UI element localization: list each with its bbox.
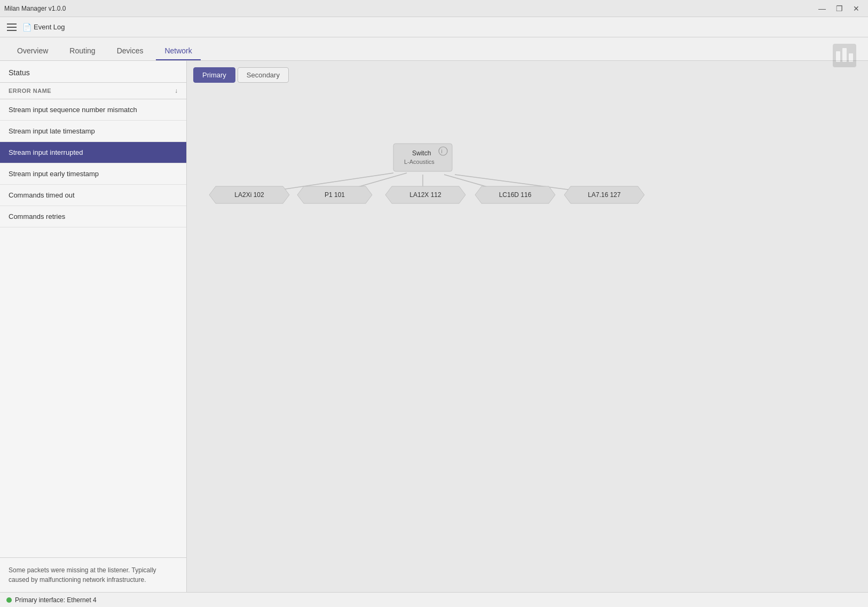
device-la12x-112[interactable]: LA12X 112 xyxy=(385,186,465,203)
maximize-button[interactable]: ❐ xyxy=(832,1,847,16)
app-title: Milan Manager v1.0.0 xyxy=(4,5,66,12)
device-p1-101[interactable]: P1 101 xyxy=(297,186,372,203)
tab-network[interactable]: Network xyxy=(156,42,200,60)
svg-text:i: i xyxy=(441,148,443,154)
sidebar-item-early-timestamp[interactable]: Stream input early timestamp xyxy=(0,163,186,185)
svg-rect-9 xyxy=(842,48,847,62)
eventlog-label: Event Log xyxy=(34,23,65,31)
network-tab-primary[interactable]: Primary xyxy=(193,67,235,83)
sidebar-status-label: Status xyxy=(0,61,186,83)
network-tab-secondary[interactable]: Secondary xyxy=(238,67,289,83)
app-logo xyxy=(832,43,857,70)
device-label-la716-127: LA7.16 127 xyxy=(588,191,621,199)
sidebar-column-header: ERROR NAME ↓ xyxy=(0,83,186,99)
svg-rect-0 xyxy=(393,144,452,171)
switch-node[interactable]: Switch L-Acoustics i xyxy=(393,144,452,171)
svg-rect-10 xyxy=(849,53,853,62)
sidebar-item-timed-out[interactable]: Commands timed out xyxy=(0,185,186,206)
device-lc16d-116[interactable]: LC16D 116 xyxy=(475,186,555,203)
sidebar-item-late-timestamp[interactable]: Stream input late timestamp xyxy=(0,121,186,142)
device-label-p1-101: P1 101 xyxy=(325,191,345,199)
tab-devices[interactable]: Devices xyxy=(108,42,152,60)
sidebar: Status ERROR NAME ↓ Stream input sequenc… xyxy=(0,61,187,592)
topology-svg: Switch L-Acoustics i LA2Xi 102 P1 101 xyxy=(193,96,834,234)
topology-area: Switch L-Acoustics i LA2Xi 102 P1 101 xyxy=(193,96,862,256)
sidebar-item-seq-mismatch[interactable]: Stream input sequence number mismatch xyxy=(0,99,186,121)
device-la2xi-102[interactable]: LA2Xi 102 xyxy=(209,186,289,203)
status-indicator-dot xyxy=(6,597,12,603)
tab-routing[interactable]: Routing xyxy=(61,42,104,60)
hamburger-menu-button[interactable] xyxy=(4,20,19,35)
eventlog-bar: 📄 Event Log xyxy=(0,17,868,37)
minimize-button[interactable]: — xyxy=(815,1,830,16)
device-la716-127[interactable]: LA7.16 127 xyxy=(564,186,644,203)
device-label-lc16d-116: LC16D 116 xyxy=(499,191,532,199)
device-label-la12x-112: LA12X 112 xyxy=(409,191,441,199)
sidebar-resize-handle[interactable] xyxy=(184,61,186,592)
eventlog-doc-icon: 📄 xyxy=(22,23,31,31)
titlebar: Milan Manager v1.0.0 — ❐ ✕ xyxy=(0,0,868,17)
titlebar-left: Milan Manager v1.0.0 xyxy=(4,5,66,12)
main-content: Primary Secondary xyxy=(187,61,868,592)
close-button[interactable]: ✕ xyxy=(849,1,864,16)
error-name-column-header: ERROR NAME xyxy=(9,88,51,94)
sidebar-item-interrupted[interactable]: Stream input interrupted xyxy=(0,142,186,163)
switch-name: Switch xyxy=(412,149,431,157)
sort-icon[interactable]: ↓ xyxy=(175,87,178,94)
switch-sub: L-Acoustics xyxy=(404,159,435,165)
eventlog-button[interactable]: 📄 Event Log xyxy=(22,23,65,31)
svg-rect-8 xyxy=(836,51,840,62)
device-label-la2xi-102: LA2Xi 102 xyxy=(234,191,264,199)
app-body: Status ERROR NAME ↓ Stream input sequenc… xyxy=(0,61,868,592)
titlebar-controls: — ❐ ✕ xyxy=(815,1,864,16)
sidebar-footer-text: Some packets were missing at the listene… xyxy=(9,566,156,584)
main-tabs: Overview Routing Devices Network xyxy=(0,37,868,61)
tab-overview[interactable]: Overview xyxy=(9,42,57,60)
sidebar-list: Stream input sequence number mismatch St… xyxy=(0,99,186,557)
sidebar-item-retries[interactable]: Commands retries xyxy=(0,206,186,227)
network-tabs: Primary Secondary xyxy=(193,67,862,83)
statusbar: Primary interface: Ethernet 4 xyxy=(0,592,868,607)
status-indicator-label: Primary interface: Ethernet 4 xyxy=(15,596,97,604)
sidebar-footer: Some packets were missing at the listene… xyxy=(0,557,186,592)
